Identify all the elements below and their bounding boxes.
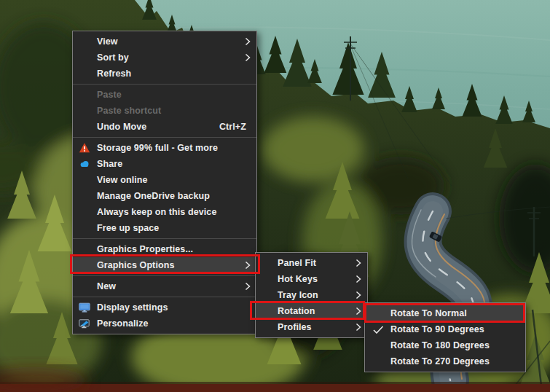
- menu-item-shortcut: Ctrl+Z: [219, 122, 246, 132]
- warning-icon: [79, 142, 90, 154]
- menu-separator: [73, 84, 256, 85]
- menu-item-share[interactable]: Share: [73, 156, 256, 172]
- chevron-right-icon: [355, 307, 361, 315]
- menu-item-always-keep-on-device[interactable]: Always keep on this device: [73, 204, 256, 220]
- submenu-item-rotate-to-90[interactable]: Rotate To 90 Degrees: [365, 321, 525, 337]
- menu-item-personalize[interactable]: Personalize: [73, 315, 256, 332]
- submenu-item-tray-icon[interactable]: Tray Icon: [256, 287, 367, 303]
- chevron-right-icon: [245, 53, 251, 62]
- menu-item-paste-shortcut[interactable]: Paste shortcut: [73, 103, 256, 119]
- menu-separator: [73, 238, 256, 239]
- menu-item-free-up-space[interactable]: Free up space: [73, 220, 256, 236]
- menu-item-label: Always keep on this device: [97, 207, 216, 217]
- menu-item-label: Display settings: [97, 302, 168, 313]
- chevron-right-icon: [355, 275, 361, 283]
- submenu-item-rotation[interactable]: Rotation: [256, 303, 367, 319]
- menu-item-label: Undo Move: [97, 122, 146, 132]
- submenu-item-rotate-to-normal[interactable]: Rotate To Normal: [365, 305, 525, 321]
- menu-item-label: Free up space: [97, 223, 159, 233]
- submenu-item-hot-keys[interactable]: Hot Keys: [256, 271, 367, 287]
- menu-item-label: Paste: [97, 90, 122, 100]
- menu-item-label: Manage OneDrive backup: [97, 191, 210, 201]
- checkmark-icon: [373, 326, 384, 334]
- menu-item-refresh[interactable]: Refresh: [73, 66, 256, 82]
- graphics-options-submenu: Panel Fit Hot Keys Tray Icon Rotation Pr…: [255, 252, 368, 338]
- onedrive-cloud-icon: [79, 158, 90, 170]
- menu-item-label: Refresh: [97, 68, 131, 79]
- desktop-context-menu: View Sort by Refresh Paste Paste shortcu…: [72, 31, 257, 334]
- menu-item-undo-move[interactable]: Undo Move Ctrl+Z: [73, 119, 256, 135]
- menu-item-sort-by[interactable]: Sort by: [73, 50, 256, 66]
- menu-item-label: Graphics Options: [97, 260, 174, 270]
- menu-item-label: New: [97, 281, 116, 291]
- chevron-right-icon: [355, 291, 361, 299]
- menu-item-storage-full[interactable]: Storage 99% full - Get more: [73, 140, 256, 156]
- submenu-item-profiles[interactable]: Profiles: [256, 319, 367, 335]
- menu-separator: [73, 275, 256, 276]
- submenu-item-rotate-to-270[interactable]: Rotate To 270 Degrees: [365, 353, 525, 369]
- chevron-right-icon: [355, 259, 361, 267]
- chevron-right-icon: [245, 261, 251, 270]
- menu-item-label: Sort by: [97, 52, 129, 63]
- menu-item-label: Rotate To 270 Degrees: [390, 356, 490, 366]
- menu-separator: [73, 137, 256, 138]
- menu-item-label: Storage 99% full - Get more: [97, 143, 218, 153]
- chevron-right-icon: [245, 37, 251, 46]
- menu-item-label: Tray Icon: [278, 290, 318, 300]
- menu-item-graphics-properties[interactable]: Graphics Properties...: [73, 241, 256, 257]
- menu-item-view-online[interactable]: View online: [73, 172, 256, 188]
- menu-item-label: Rotation: [278, 306, 315, 316]
- menu-item-graphics-options[interactable]: Graphics Options: [73, 257, 256, 273]
- menu-item-display-settings[interactable]: Display settings: [73, 299, 256, 315]
- submenu-item-rotate-to-180[interactable]: Rotate To 180 Degrees: [365, 337, 525, 353]
- menu-item-label: Hot Keys: [278, 274, 318, 284]
- menu-item-view[interactable]: View: [73, 34, 256, 50]
- menu-item-label: Rotate To 90 Degrees: [390, 324, 484, 334]
- menu-item-label: View online: [97, 175, 148, 185]
- menu-item-label: Rotate To Normal: [390, 308, 467, 318]
- display-icon: [79, 302, 90, 313]
- menu-item-paste[interactable]: Paste: [73, 87, 256, 103]
- menu-item-label: Personalize: [97, 318, 149, 329]
- menu-item-label: Paste shortcut: [97, 106, 161, 116]
- menu-separator: [73, 297, 256, 297]
- rotation-submenu: Rotate To Normal Rotate To 90 Degrees Ro…: [364, 302, 526, 372]
- menu-item-label: Profiles: [278, 322, 312, 332]
- menu-item-new[interactable]: New: [73, 278, 256, 294]
- chevron-right-icon: [245, 282, 251, 291]
- menu-item-label: Graphics Properties...: [97, 244, 193, 254]
- menu-item-label: View: [97, 36, 118, 47]
- menu-item-label: Share: [97, 159, 122, 169]
- submenu-item-panel-fit[interactable]: Panel Fit: [256, 255, 367, 271]
- menu-item-label: Panel Fit: [278, 258, 316, 268]
- personalize-icon: [79, 318, 90, 329]
- menu-item-label: Rotate To 180 Degrees: [390, 340, 490, 350]
- chevron-right-icon: [355, 323, 361, 332]
- menu-item-manage-onedrive-backup[interactable]: Manage OneDrive backup: [73, 188, 256, 204]
